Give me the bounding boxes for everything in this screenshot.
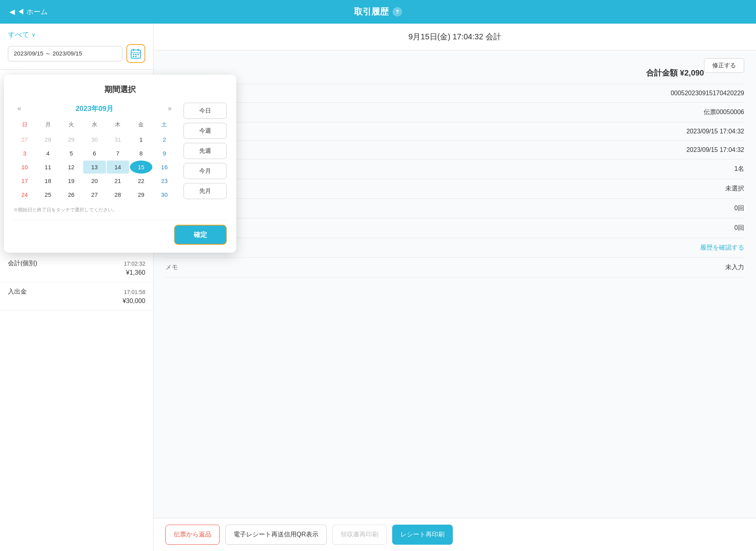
detail-row: 履歴を確認する [165,238,744,258]
filter-dropdown[interactable]: すべて ∨ [8,30,145,39]
detail-row: 2023/09/15 17:04:32 [165,141,744,159]
calendar-day[interactable]: 1 [130,133,152,146]
calendar-day[interactable]: 27 [13,133,36,146]
calendar-icon-button[interactable] [126,44,145,63]
calendar-day[interactable]: 10 [13,161,36,174]
transaction-item-header: 入出金 17:01:58 [8,288,145,296]
calendar-day[interactable]: 5 [60,147,82,160]
calendar-day[interactable]: 22 [130,174,152,187]
calendar-day[interactable]: 13 [83,161,106,174]
calendar-day[interactable]: 8 [130,147,152,160]
transaction-type: 会計(個別) [8,259,37,268]
calendar-day[interactable]: 3 [13,147,36,160]
last-week-button[interactable]: 先週 [183,143,227,159]
weekday-tue: 火 [60,120,83,130]
calendar-day[interactable]: 12 [60,161,82,174]
calendar-day[interactable]: 6 [83,147,106,160]
sidebar: すべて ∨ [0,24,154,551]
back-icon: ◀ [9,7,15,16]
calendar-day[interactable]: 25 [37,188,59,201]
right-content: 修正する 合計金額 ¥2,090 00052023091517042022​9 … [154,50,756,518]
transaction-date-title: 9月15日(金) 17:04:32 会計 [165,31,744,42]
detail-row: 未選択 [165,179,744,199]
calendar-day[interactable]: 11 [37,161,59,174]
transaction-time: 17:01:58 [124,289,146,295]
detail-row: 00052023091517042022​9 [165,84,744,103]
calendar-day[interactable]: 17 [13,174,36,187]
calendar-icon [130,48,141,59]
calendar-day[interactable]: 18 [37,174,59,187]
transaction-list: 会計(個別) 17:02:32 ¥1,360 入出金 17:01:58 ¥30,… [0,251,153,551]
weekday-sun: 日 [13,120,37,130]
calendar-day[interactable]: 30 [83,133,106,146]
detail-row: 1名 [165,159,744,179]
calendar-day[interactable]: 28 [107,188,129,201]
date-range-row [8,44,145,63]
popup-footer: 確定 [13,220,227,245]
detail-row: 2023/09/15 17:04:32 [165,122,744,141]
header: ◀ ◀ ホーム 取引履歴 ? [0,0,756,24]
this-week-button[interactable]: 今週 [183,123,227,139]
date-range-input[interactable] [8,46,122,61]
transaction-amount: ¥30,000 [8,298,145,305]
calendar-day[interactable]: 30 [153,188,176,201]
weekday-thu: 木 [106,120,129,130]
detail-row: 伝票00050006 [165,103,744,122]
calendar-day[interactable]: 2 [153,133,176,146]
last-month-button[interactable]: 先月 [183,183,227,199]
list-item[interactable]: 会計(個別) 17:02:32 ¥1,360 [0,254,153,282]
calendar-popup: 期間選択 « 2023年09月 » 日 月 火 水 木 金 [4,75,236,253]
calendar-day[interactable]: 16 [153,161,176,174]
edit-button[interactable]: 修正する [704,58,744,73]
calendar-day[interactable]: 26 [60,188,82,201]
main-layout: すべて ∨ [0,24,756,551]
calendar-day[interactable]: 21 [107,174,129,187]
calendar-day[interactable]: 29 [60,133,82,146]
back-button[interactable]: ◀ ◀ ホーム [9,7,48,17]
qr-display-button[interactable]: 電子レシート再送信用QR表示 [225,525,327,545]
calendar-days: 2728293031123456789101112131415161718192… [13,133,176,201]
calendar-day[interactable]: 23 [153,174,176,187]
back-label[interactable]: ◀ ホーム [17,7,48,17]
list-item[interactable]: 入出金 17:01:58 ¥30,000 [0,282,153,311]
weekdays-row: 日 月 火 水 木 金 土 [13,120,176,130]
calendar-day[interactable]: 14 [107,161,129,174]
calendar-day[interactable]: 29 [130,188,152,201]
svg-rect-7 [133,56,134,57]
history-link[interactable]: 履歴を確認する [700,244,744,252]
popup-title: 期間選択 [13,84,227,95]
today-button[interactable]: 今日 [183,103,227,119]
svg-rect-4 [133,54,134,55]
calendar-area: « 2023年09月 » 日 月 火 水 木 金 土 272829303 [13,103,227,213]
return-from-slip-button[interactable]: 伝票から返品 [165,525,220,545]
chevron-down-icon: ∨ [32,31,35,38]
page-title: 取引履歴 ? [354,6,402,18]
calendar-day[interactable]: 19 [60,174,82,187]
calendar-day[interactable]: 28 [37,133,59,146]
receipt-reissue-button[interactable]: レシート再印刷 [392,525,453,545]
prev-month-button[interactable]: « [13,103,25,114]
confirm-button[interactable]: 確定 [174,225,227,245]
weekday-fri: 金 [129,120,152,130]
help-button[interactable]: ? [393,7,402,17]
svg-rect-6 [137,54,139,55]
calendar-day[interactable]: 20 [83,174,106,187]
transaction-time: 17:02:32 [124,261,146,267]
total-amount: 合計金額 ¥2,090 [165,62,744,84]
calendar-day[interactable]: 24 [13,188,36,201]
calendar-day[interactable]: 9 [153,147,176,160]
receipt-reprint-button: 領収書再印刷 [332,525,387,545]
cal-nav: « 2023年09月 » [13,103,176,114]
calendar-day[interactable]: 7 [107,147,129,160]
bottom-actions: 伝票から返品 電子レシート再送信用QR表示 領収書再印刷 レシート再印刷 [154,518,756,551]
calendar-day[interactable]: 27 [83,188,106,201]
right-header: 9月15日(金) 17:04:32 会計 [154,24,756,50]
calendar-day[interactable]: 4 [37,147,59,160]
this-month-button[interactable]: 今月 [183,163,227,179]
transaction-type: 入出金 [8,288,27,296]
calendar-day[interactable]: 15 [130,161,152,174]
svg-rect-5 [135,54,137,55]
transaction-item-header: 会計(個別) 17:02:32 [8,259,145,268]
next-month-button[interactable]: » [164,103,176,114]
calendar-day[interactable]: 31 [107,133,129,146]
